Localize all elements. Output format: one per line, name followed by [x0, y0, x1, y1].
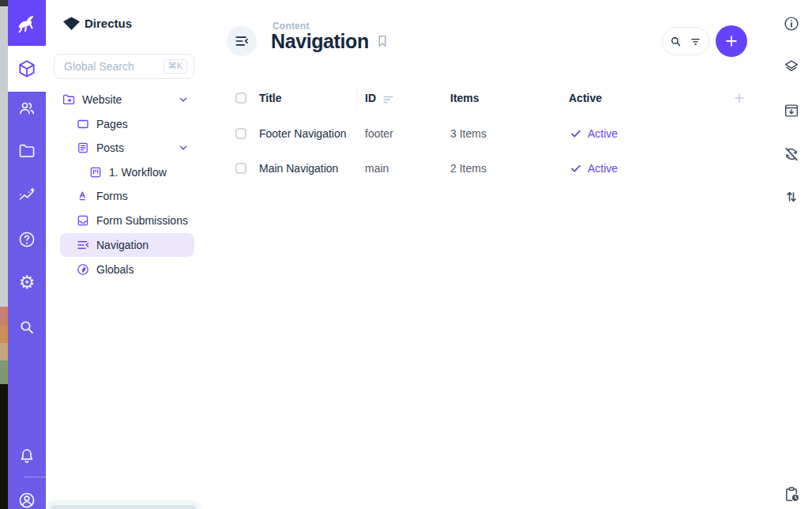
search-placeholder: Global Search	[64, 60, 164, 73]
sync-disabled-button[interactable]	[783, 145, 800, 163]
cell-active: Active	[588, 127, 618, 140]
cell-id: main	[365, 162, 389, 175]
sidebar-item-form-submissions[interactable]: Form Submissions	[60, 209, 194, 232]
background-strip-segment	[0, 384, 8, 509]
page-title: Navigation	[271, 30, 369, 53]
profile-button[interactable]	[8, 491, 46, 509]
folder-icon	[17, 141, 36, 160]
cell-title: Footer Navigation	[259, 127, 347, 140]
search-icon[interactable]	[669, 35, 682, 48]
account-circle-icon	[17, 491, 36, 509]
select-all-checkbox[interactable]	[235, 92, 246, 104]
content-module-button[interactable]	[8, 58, 46, 79]
files-module-button[interactable]	[8, 141, 46, 160]
cell-items: 2 Items	[450, 162, 487, 175]
column-header-title[interactable]: Title	[259, 92, 282, 104]
chevron-down-icon[interactable]	[177, 93, 190, 106]
sync-disabled-icon	[783, 145, 800, 163]
sort-items-button[interactable]	[783, 188, 800, 205]
navigation-sidebar: Directus Global Search ⌘K Website Pages	[46, 0, 199, 509]
sidebar-item-label: Form Submissions	[96, 214, 188, 227]
search-filter-pill	[662, 27, 709, 55]
background-strip-segment	[0, 343, 8, 360]
project-logo[interactable]	[63, 17, 80, 31]
background-strip-segment	[0, 307, 8, 326]
collection-icon-button[interactable]	[227, 26, 257, 56]
sidebar-item-globals[interactable]: Globals	[60, 258, 194, 281]
nav-list-icon	[234, 33, 250, 49]
cell-items: 3 Items	[450, 127, 487, 140]
column-header-active[interactable]: Active	[569, 92, 602, 104]
sort-indicator-icon[interactable]	[383, 94, 393, 104]
pending-actions-icon	[783, 485, 801, 503]
sidebar-item-label: Posts	[96, 141, 124, 154]
sidebar-item-website[interactable]: Website	[60, 88, 194, 111]
bell-icon	[17, 447, 36, 466]
people-icon	[17, 99, 36, 118]
diamond-logo-icon	[63, 17, 80, 31]
search-module-button[interactable]	[8, 318, 46, 337]
page-icon	[76, 117, 90, 131]
notifications-button[interactable]	[8, 447, 46, 466]
row-checkbox[interactable]	[235, 163, 246, 174]
help-icon	[17, 230, 36, 249]
filter-icon[interactable]	[689, 35, 702, 48]
nav-list-icon	[76, 238, 90, 252]
article-icon	[76, 141, 90, 155]
check-icon	[570, 127, 582, 140]
right-sidebar	[773, 0, 812, 509]
sidebar-item-label: Navigation	[96, 239, 148, 251]
help-module-button[interactable]	[8, 230, 46, 249]
gear-icon: ⚙	[19, 273, 36, 292]
add-column-icon[interactable]	[732, 91, 746, 105]
cell-active: Active	[588, 162, 618, 175]
sidebar-item-navigation[interactable]: Navigation	[60, 233, 194, 257]
search-icon	[17, 318, 36, 337]
sidebar-item-forms[interactable]: Forms	[60, 184, 194, 208]
users-module-button[interactable]	[8, 99, 46, 118]
plus-icon	[724, 33, 739, 49]
pending-actions-button[interactable]	[783, 485, 801, 503]
project-name: Directus	[85, 17, 132, 30]
column-header-items[interactable]: Items	[450, 92, 479, 104]
column-header-id[interactable]: ID	[365, 92, 376, 104]
layout-options-button[interactable]	[783, 58, 800, 75]
insights-module-button[interactable]	[8, 186, 46, 205]
search-shortcut-badge: ⌘K	[164, 59, 187, 74]
settings-module-button[interactable]: ⚙	[8, 273, 46, 292]
archive-icon	[783, 102, 800, 119]
sidebar-item-pages[interactable]: Pages	[60, 112, 194, 136]
sidebar-item-workflow[interactable]: 1. Workflow	[60, 160, 194, 184]
background-strip	[0, 0, 8, 509]
global-search-input[interactable]: Global Search ⌘K	[54, 54, 194, 79]
info-button[interactable]	[783, 15, 800, 32]
sidebar-item-label: Globals	[96, 263, 133, 276]
add-item-button[interactable]	[716, 25, 747, 57]
background-strip-segment	[0, 326, 8, 343]
module-bar-divider	[24, 477, 46, 477]
swap-vert-icon	[783, 188, 800, 205]
sidebar-item-label: Pages	[96, 118, 128, 130]
import-export-button[interactable]	[783, 102, 800, 119]
cell-id: footer	[365, 127, 393, 140]
insights-icon	[17, 186, 36, 205]
check-icon	[570, 162, 582, 175]
kanban-icon	[88, 165, 103, 179]
sidebar-item-label: Website	[82, 93, 122, 106]
column-divider[interactable]	[356, 87, 357, 109]
background-strip-segment	[0, 360, 8, 384]
layers-icon	[783, 58, 800, 75]
folder-star-icon	[62, 92, 76, 107]
background-strip-segment	[0, 6, 8, 307]
info-icon	[783, 15, 800, 32]
directus-rabbit-logo[interactable]	[8, 0, 46, 46]
row-checkbox[interactable]	[235, 128, 246, 139]
sidebar-item-label: Forms	[96, 190, 128, 202]
directus-app-window: ⚙ Di	[0, 0, 812, 509]
chevron-down-icon[interactable]	[177, 141, 190, 154]
bookmark-icon[interactable]	[374, 33, 390, 49]
letter-a-icon	[76, 189, 90, 203]
sidebar-item-posts[interactable]: Posts	[60, 136, 194, 160]
background-strip-segment	[0, 0, 8, 6]
cube-icon	[17, 58, 37, 79]
